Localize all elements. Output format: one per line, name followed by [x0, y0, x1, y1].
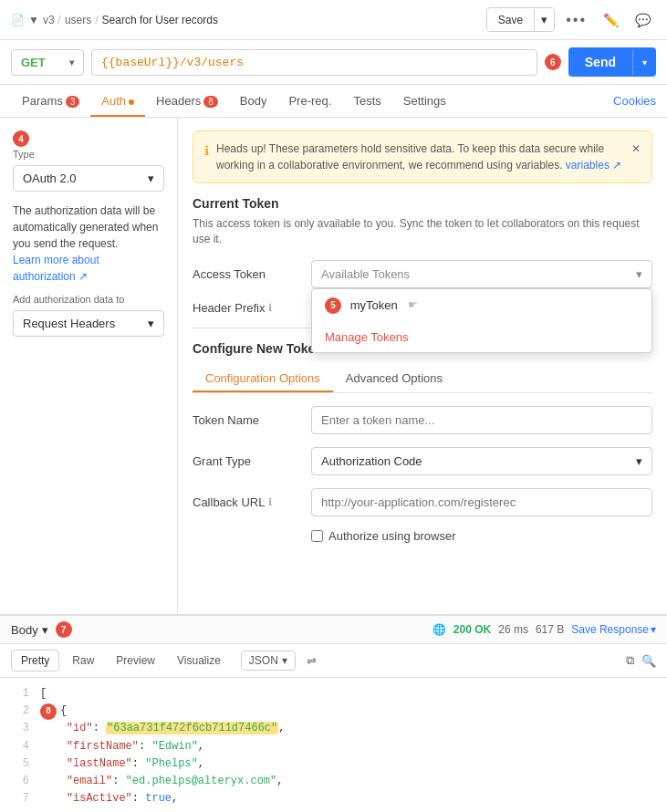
save-caret-button[interactable]: ▾: [535, 8, 554, 31]
top-bar-actions: Save ▾ ••• ✏️ 💬: [486, 7, 656, 32]
badge-4: 4: [13, 130, 29, 147]
authorize-browser-label: Authorize using browser: [328, 529, 455, 543]
headers-badge: 8: [203, 96, 218, 108]
more-options-button[interactable]: •••: [560, 10, 592, 30]
req-headers-value: Request Headers: [23, 317, 115, 330]
grant-type-value: Authorization Code: [321, 454, 422, 468]
req-headers-select[interactable]: Request Headers ▾: [13, 310, 164, 337]
save-main-button[interactable]: Save: [487, 9, 535, 31]
comment-icon-button[interactable]: 💬: [630, 9, 656, 31]
save-response-button[interactable]: Save Response ▾: [571, 623, 656, 636]
grant-type-select[interactable]: Authorization Code ▾: [311, 447, 652, 475]
edit-icon-button[interactable]: ✏️: [598, 9, 624, 31]
current-token-title: Current Token: [193, 196, 652, 211]
wrap-icon-button[interactable]: ⇌: [307, 654, 317, 668]
save-button-group[interactable]: Save ▾: [486, 7, 555, 32]
response-time: 26 ms: [498, 623, 528, 636]
variables-link[interactable]: variables ↗: [566, 159, 621, 172]
authorize-browser-checkbox[interactable]: [311, 530, 323, 542]
grant-type-caret-icon: ▾: [636, 454, 642, 468]
json-tab-pretty[interactable]: Pretty: [11, 650, 59, 671]
callback-url-control: [311, 488, 652, 516]
manage-tokens-item[interactable]: Manage Tokens: [312, 322, 651, 352]
line-num-2: 2: [11, 703, 29, 720]
config-tab-options[interactable]: Configuration Options: [193, 365, 333, 392]
alert-text: Heads up! These parameters hold sensitiv…: [216, 141, 624, 173]
tab-tests[interactable]: Tests: [342, 85, 391, 117]
auth-dot: [129, 99, 134, 105]
my-token-item[interactable]: 5 myToken ☛: [312, 289, 651, 322]
breadcrumb-v3: v3: [43, 14, 55, 26]
auth-description: The authorization data will be automatic…: [13, 203, 164, 285]
access-token-label: Access Token: [193, 267, 311, 281]
json-tab-visualize[interactable]: Visualize: [168, 651, 230, 671]
copy-icon-button[interactable]: ⧉: [626, 653, 634, 668]
tab-body[interactable]: Body: [229, 85, 278, 117]
json-line-1: 1 [: [11, 685, 656, 703]
globe-icon: 🌐: [433, 623, 446, 636]
tab-params[interactable]: Params3: [11, 85, 90, 117]
breadcrumb-caret: ▼: [28, 14, 39, 26]
send-button[interactable]: Send ▾: [568, 47, 656, 77]
status-ok: 200 OK: [453, 623, 491, 636]
search-icon-button[interactable]: 🔍: [641, 654, 656, 668]
alert-close-button[interactable]: ✕: [631, 141, 641, 157]
add-auth-label: Add authorization data to: [13, 294, 164, 305]
tab-cookies[interactable]: Cookies: [613, 85, 656, 117]
left-panel: 4 Type OAuth 2.0 ▾ The authorization dat…: [0, 118, 178, 614]
save-response-label: Save Response: [571, 623, 649, 636]
learn-more-link[interactable]: Learn more about authorization ↗: [13, 254, 99, 283]
available-tokens-dropdown[interactable]: Available Tokens ▾: [311, 260, 652, 288]
type-select[interactable]: OAuth 2.0 ▾: [13, 165, 164, 192]
json-format-label: JSON: [249, 654, 278, 667]
json-line-8: 8 "role": "Curator": [11, 807, 656, 809]
tab-prereq[interactable]: Pre-req.: [277, 85, 342, 117]
bottom-bar: Body ▾ 7 🌐 200 OK 26 ms 617 B Save Respo…: [0, 616, 667, 644]
authorize-browser-row: Authorize using browser: [193, 529, 652, 543]
line-num-3: 3: [11, 720, 29, 737]
json-format-caret-icon: ▾: [282, 654, 287, 667]
json-line-2: 2 8 {: [11, 703, 656, 720]
body-select[interactable]: Body ▾: [11, 623, 48, 637]
tab-auth[interactable]: Auth: [90, 85, 145, 117]
json-line-4: 4 "firstName": "Edwin",: [11, 738, 656, 755]
main-layout: 4 Type OAuth 2.0 ▾ The authorization dat…: [0, 118, 667, 614]
url-bar: GET ▾ 6 Send ▾: [0, 40, 667, 85]
token-name-input[interactable]: [311, 406, 652, 434]
config-tab-advanced[interactable]: Advanced Options: [333, 365, 455, 392]
token-name-label: Token Name: [193, 413, 311, 427]
type-value: OAuth 2.0: [23, 172, 77, 185]
tab-headers[interactable]: Headers8: [145, 85, 229, 117]
badge-8: 8: [40, 703, 57, 720]
json-line-3: 3 "id": "63aa731f472f6cb711d7466c",: [11, 720, 656, 737]
sep1: /: [58, 14, 61, 26]
body-label: Body: [11, 623, 38, 637]
configure-token-tabs: Configuration Options Advanced Options: [193, 365, 652, 393]
badge-6: 6: [545, 54, 561, 70]
send-label: Send: [568, 47, 632, 77]
json-viewer-tabs: Pretty Raw Preview Visualize JSON ▾ ⇌ ⧉ …: [0, 644, 667, 678]
callback-url-input[interactable]: [311, 488, 652, 516]
json-tab-raw[interactable]: Raw: [63, 651, 103, 671]
line-num-6: 6: [11, 773, 29, 790]
sep2: /: [95, 14, 98, 26]
line-num-5: 5: [11, 755, 29, 773]
my-token-label: myToken: [350, 297, 398, 311]
method-select[interactable]: GET ▾: [11, 49, 84, 76]
json-tab-preview[interactable]: Preview: [107, 651, 164, 671]
type-label: Type: [13, 149, 164, 160]
method-caret-icon: ▾: [69, 57, 74, 68]
grant-type-row: Grant Type Authorization Code ▾: [193, 447, 652, 475]
json-format-select[interactable]: JSON ▾: [241, 651, 296, 671]
body-caret-icon: ▾: [42, 623, 48, 637]
url-input[interactable]: [91, 49, 537, 76]
status-info: 🌐 200 OK 26 ms 617 B Save Response ▾: [433, 623, 656, 636]
json-content: 1 [ 2 8 { 3 "id": "63aa731f472f6cb711d74…: [0, 678, 667, 809]
dropdown-caret-icon: ▾: [636, 267, 642, 281]
tab-settings[interactable]: Settings: [392, 85, 457, 117]
token-name-control: [311, 406, 652, 434]
method-value: GET: [21, 56, 46, 69]
breadcrumb-current: Search for User records: [102, 14, 218, 26]
request-tabs: Params3 Auth Headers8 Body Pre-req. Test…: [0, 85, 667, 118]
send-caret-icon: ▾: [632, 50, 656, 75]
